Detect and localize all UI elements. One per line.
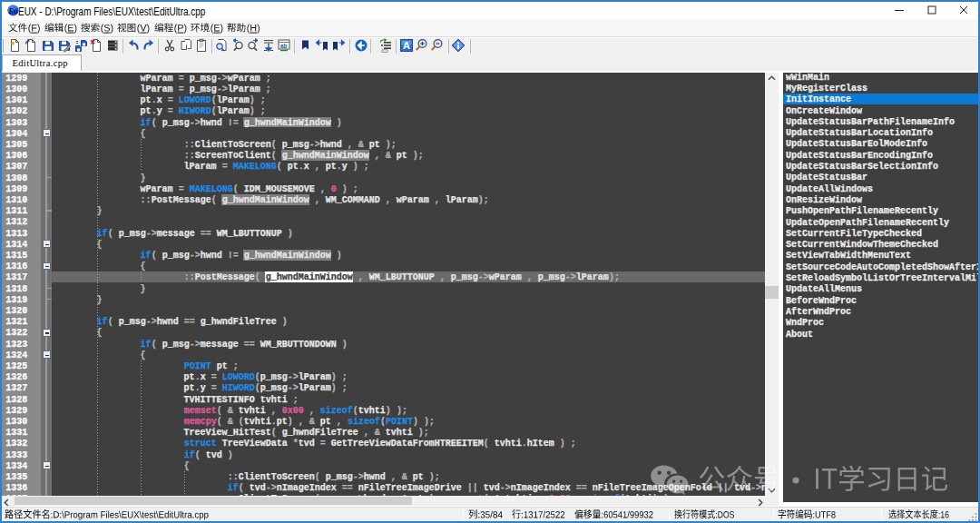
svg-text:A: A bbox=[403, 40, 410, 51]
svg-text:Eu: Eu bbox=[7, 6, 18, 15]
svg-text:ab: ab bbox=[280, 43, 288, 49]
